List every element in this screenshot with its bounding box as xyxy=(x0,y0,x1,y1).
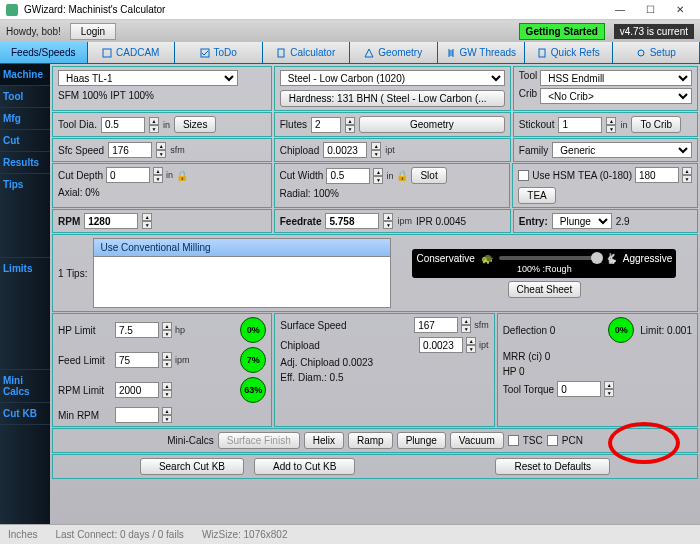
side-cut[interactable]: Cut xyxy=(0,130,50,152)
searchkb-button[interactable]: Search Cut KB xyxy=(140,458,244,475)
ramp-button[interactable]: Ramp xyxy=(348,432,393,449)
side-tips[interactable]: Tips xyxy=(0,174,50,258)
tt-spin[interactable]: ▲▼ xyxy=(604,381,614,397)
chipload2-input[interactable] xyxy=(419,337,463,353)
cw-spin[interactable]: ▲▼ xyxy=(373,168,383,184)
axial-label: Axial: 0% xyxy=(58,187,100,198)
tooltype-select[interactable]: HSS Endmill xyxy=(540,70,692,86)
rpmlimit-input[interactable] xyxy=(115,382,159,398)
ss-spin[interactable]: ▲▼ xyxy=(461,317,471,333)
side-limits[interactable]: Limits xyxy=(0,258,50,370)
fr-spin[interactable]: ▲▼ xyxy=(383,213,393,229)
fl-spin[interactable]: ▲▼ xyxy=(162,352,172,368)
tab-feeds-speeds[interactable]: Feeds/Speeds xyxy=(0,42,88,63)
maximize-button[interactable]: ☐ xyxy=(636,1,664,19)
minrpm-input[interactable] xyxy=(115,407,159,423)
tocrib-button[interactable]: To Crib xyxy=(631,116,681,133)
tab-quickrefs[interactable]: Quick Refs xyxy=(525,42,613,63)
rl-spin[interactable]: ▲▼ xyxy=(162,382,172,398)
login-button[interactable]: Login xyxy=(70,23,116,40)
material-select[interactable]: Steel - Low Carbon (1020) xyxy=(280,70,505,86)
vacuum-button[interactable]: Vacuum xyxy=(450,432,504,449)
stickout-spin[interactable]: ▲▼ xyxy=(606,117,616,133)
machine-select[interactable]: Haas TL-1 xyxy=(58,70,238,86)
hp-percent: 0% xyxy=(240,317,266,343)
feedlimit-input[interactable] xyxy=(115,352,159,368)
svg-rect-2 xyxy=(278,49,284,57)
sfc-spin[interactable]: ▲▼ xyxy=(156,142,166,158)
tab-calculator[interactable]: Calculator xyxy=(263,42,351,63)
close-button[interactable]: ✕ xyxy=(666,1,694,19)
surfspeed-input[interactable] xyxy=(414,317,458,333)
tea-input[interactable] xyxy=(635,167,679,183)
surfacefinish-button[interactable]: Surface Finish xyxy=(218,432,300,449)
getting-started-button[interactable]: Getting Started xyxy=(519,23,605,40)
cheatsheet-button[interactable]: Cheat Sheet xyxy=(508,281,582,298)
stickout-input[interactable] xyxy=(558,117,602,133)
chipload2-label: Chipload xyxy=(280,340,360,351)
tea-button[interactable]: TEA xyxy=(518,187,555,204)
tips-list[interactable]: Use Conventional Milling xyxy=(93,238,390,308)
geometry-button[interactable]: Geometry xyxy=(359,116,505,133)
tab-setup[interactable]: Setup xyxy=(613,42,701,63)
content-pane: Haas TL-1 SFM 100% IPT 100% Steel - Low … xyxy=(50,64,700,524)
plunge-button[interactable]: Plunge xyxy=(397,432,446,449)
flutes-input[interactable] xyxy=(311,117,341,133)
greeting-text: Howdy, bob! xyxy=(6,26,61,37)
rpm-spin[interactable]: ▲▼ xyxy=(142,213,152,229)
aggressiveness-slider[interactable] xyxy=(499,256,599,260)
tab-threads[interactable]: GW Threads xyxy=(438,42,526,63)
rpm-input[interactable] xyxy=(84,213,138,229)
chipload-input[interactable] xyxy=(323,142,367,158)
minicalcs-label: Mini-Calcs xyxy=(167,435,214,446)
family-select[interactable]: Generic xyxy=(552,142,692,158)
crib-select[interactable]: <No Crib> xyxy=(540,88,692,104)
hsm-checkbox[interactable] xyxy=(518,170,529,181)
rabbit-icon: 🐇 xyxy=(605,253,617,264)
hplimit-input[interactable] xyxy=(115,322,159,338)
hp-spin[interactable]: ▲▼ xyxy=(162,322,172,338)
flutes-spin[interactable]: ▲▼ xyxy=(345,117,355,133)
tooltorque-input[interactable] xyxy=(557,381,601,397)
entry-select[interactable]: Plunge xyxy=(552,213,612,229)
feedrate-input[interactable] xyxy=(325,213,379,229)
unit-hp: hp xyxy=(175,325,185,335)
stickout-label: Stickout xyxy=(519,119,555,130)
side-machine[interactable]: Machine xyxy=(0,64,50,86)
side-tool[interactable]: Tool xyxy=(0,86,50,108)
side-mfg[interactable]: Mfg xyxy=(0,108,50,130)
tab-geometry[interactable]: Geometry xyxy=(350,42,438,63)
tea-spin[interactable]: ▲▼ xyxy=(682,167,692,183)
cutwidth-input[interactable] xyxy=(326,168,370,184)
cl-spin[interactable]: ▲▼ xyxy=(371,142,381,158)
side-minicalcs[interactable]: Mini Calcs xyxy=(0,370,50,403)
tip-row[interactable]: Use Conventional Milling xyxy=(94,239,389,257)
tab-cadcam[interactable]: CADCAM xyxy=(88,42,176,63)
hardness-button[interactable]: Hardness: 131 BHN ( Steel - Low Carbon (… xyxy=(280,90,505,107)
pcn-checkbox[interactable] xyxy=(547,435,558,446)
tool-label: Tool xyxy=(519,70,537,86)
tsc-checkbox[interactable] xyxy=(508,435,519,446)
minimize-button[interactable]: — xyxy=(606,1,634,19)
tooldia-input[interactable] xyxy=(101,117,145,133)
lock-icon[interactable]: 🔒 xyxy=(176,170,188,181)
cl2-spin[interactable]: ▲▼ xyxy=(466,337,476,353)
sizes-button[interactable]: Sizes xyxy=(174,116,216,133)
sfcspeed-input[interactable] xyxy=(108,142,152,158)
cutwidth-label: Cut Width xyxy=(280,170,324,181)
tab-todo[interactable]: ToDo xyxy=(175,42,263,63)
machine-note: SFM 100% IPT 100% xyxy=(58,90,154,101)
side-cutkb[interactable]: Cut KB xyxy=(0,403,50,425)
slot-button[interactable]: Slot xyxy=(411,167,446,184)
helix-button[interactable]: Helix xyxy=(304,432,344,449)
cutdepth-input[interactable] xyxy=(106,167,150,183)
lock-icon-2[interactable]: 🔒 xyxy=(396,170,408,181)
tooldia-spin[interactable]: ▲▼ xyxy=(149,117,159,133)
side-results[interactable]: Results xyxy=(0,152,50,174)
addkb-button[interactable]: Add to Cut KB xyxy=(254,458,355,475)
svg-rect-0 xyxy=(103,49,111,57)
cd-spin[interactable]: ▲▼ xyxy=(153,167,163,183)
unit-in2: in xyxy=(620,120,627,130)
reset-button[interactable]: Reset to Defaults xyxy=(495,458,610,475)
min-spin[interactable]: ▲▼ xyxy=(162,407,172,423)
